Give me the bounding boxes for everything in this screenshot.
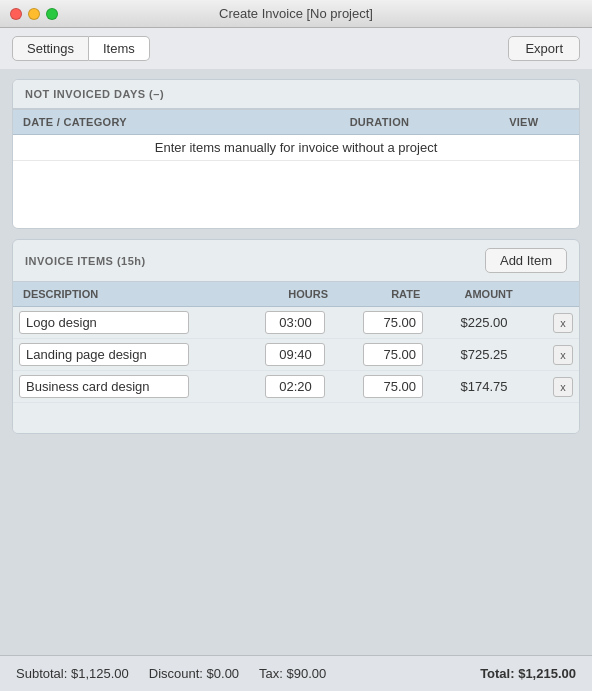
remove-cell: x [547,371,579,403]
main-content: NOT INVOICED DAYS (–) DATE / CATEGORY DU… [0,69,592,655]
remove-cell: x [547,339,579,371]
empty-message: Enter items manually for invoice without… [13,135,579,161]
not-invoiced-panel: NOT INVOICED DAYS (–) DATE / CATEGORY DU… [12,79,580,229]
desc-cell [13,371,259,403]
window-controls [10,8,58,20]
hours-input[interactable] [265,343,325,366]
window-title: Create Invoice [No project] [219,6,373,21]
not-invoiced-table: DATE / CATEGORY DURATION VIEW Enter item… [13,109,579,161]
col-remove [547,282,579,307]
table-row: $225.00 x [13,307,579,339]
title-bar: Create Invoice [No project] [0,0,592,28]
not-invoiced-table-container: DATE / CATEGORY DURATION VIEW Enter item… [13,108,579,228]
maximize-button[interactable] [46,8,58,20]
tax-label: Tax: $90.00 [259,666,326,681]
col-description: DESCRIPTION [13,282,259,307]
invoice-items-table: DESCRIPTION HOURS RATE AMOUNT $225.00 x [13,281,579,403]
remove-button[interactable]: x [553,313,573,333]
col-hours: HOURS [259,282,357,307]
hours-cell [259,307,357,339]
rate-cell [357,339,455,371]
amount-cell: $725.25 [454,339,547,371]
close-button[interactable] [10,8,22,20]
subtotal-label: Subtotal: $1,125.00 [16,666,129,681]
desc-cell [13,339,259,371]
footer-left: Subtotal: $1,125.00 Discount: $0.00 Tax:… [16,666,326,681]
hours-input[interactable] [265,375,325,398]
total-label: Total: $1,215.00 [480,666,576,681]
remove-button[interactable]: x [553,377,573,397]
minimize-button[interactable] [28,8,40,20]
discount-label: Discount: $0.00 [149,666,239,681]
items-tab[interactable]: Items [89,36,150,61]
col-view: VIEW [469,110,579,135]
hours-input[interactable] [265,311,325,334]
col-amount: AMOUNT [454,282,547,307]
desc-cell [13,307,259,339]
amount-cell: $225.00 [454,307,547,339]
export-button[interactable]: Export [508,36,580,61]
rate-input[interactable] [363,375,423,398]
col-rate: RATE [357,282,455,307]
invoice-items-panel: INVOICE ITEMS (15h) Add Item DESCRIPTION… [12,239,580,434]
desc-input[interactable] [19,311,189,334]
desc-input[interactable] [19,375,189,398]
amount-cell: $174.75 [454,371,547,403]
settings-tab[interactable]: Settings [12,36,89,61]
rate-cell [357,307,455,339]
hours-cell [259,339,357,371]
toolbar: Settings Items Export [0,28,592,69]
footer: Subtotal: $1,125.00 Discount: $0.00 Tax:… [0,655,592,691]
hours-cell [259,371,357,403]
table-row: $174.75 x [13,371,579,403]
tab-group: Settings Items [12,36,150,61]
remove-cell: x [547,307,579,339]
desc-input[interactable] [19,343,189,366]
items-bottom-space [13,403,579,433]
col-duration: DURATION [290,110,468,135]
rate-cell [357,371,455,403]
rate-input[interactable] [363,343,423,366]
rate-input[interactable] [363,311,423,334]
invoice-items-header-row: INVOICE ITEMS (15h) Add Item [13,240,579,281]
not-invoiced-header: NOT INVOICED DAYS (–) [13,80,579,108]
table-row: $725.25 x [13,339,579,371]
col-date-category: DATE / CATEGORY [13,110,290,135]
add-item-button[interactable]: Add Item [485,248,567,273]
remove-button[interactable]: x [553,345,573,365]
invoice-items-header: INVOICE ITEMS (15h) [25,255,146,267]
